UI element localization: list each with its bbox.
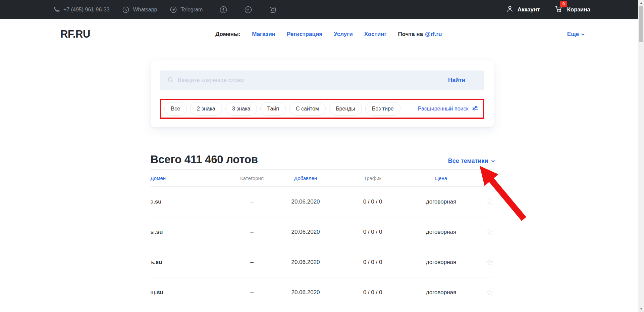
cart-button[interactable]: 0 Корзина [554, 5, 590, 14]
favorite-star-icon[interactable]: ☆ [477, 228, 494, 236]
scrollbar[interactable]: ▲ ▼ [638, 0, 644, 312]
facebook-link[interactable] [219, 6, 227, 14]
topics-dropdown[interactable]: Все тематики [448, 158, 494, 166]
telegram-link[interactable]: Telegram [170, 6, 203, 13]
nav-link-registration[interactable]: Регистрация [287, 31, 322, 38]
account-icon [506, 5, 514, 14]
column-header-domain[interactable]: Домен [151, 175, 233, 181]
favorite-star-icon[interactable]: ☆ [477, 258, 494, 267]
scrollbar-down-arrow[interactable]: ▼ [638, 306, 644, 312]
nav-link-hosting[interactable]: Хостинг [364, 31, 387, 38]
category-cell: – [233, 198, 271, 205]
category-cell: – [233, 289, 271, 296]
account-label: Аккаунт [518, 6, 540, 13]
table-row: щ.su–20.06.20200 / 0 / 0договорная☆ [151, 277, 494, 308]
advanced-search-link[interactable]: Расширенный поиск [418, 104, 479, 113]
topbar: +7 (495) 961-96-33 Whatsapp Telegram [0, 0, 644, 19]
nav-link-shop[interactable]: Магазин [252, 31, 275, 38]
results-title: Всего 411 460 лотов [151, 153, 258, 166]
traffic-cell: 0 / 0 / 0 [340, 259, 406, 266]
domain-name[interactable]: щ.su [151, 289, 233, 296]
cart-label: Корзина [567, 6, 590, 13]
filter-chip[interactable]: 2 знака [190, 102, 222, 116]
whatsapp-link[interactable]: Whatsapp [122, 6, 157, 13]
more-menu-button[interactable]: Еще [567, 31, 584, 38]
domain-name[interactable]: ы.su [151, 229, 233, 235]
added-date-cell: 20.06.2020 [271, 198, 340, 205]
price-cell: договорная [406, 259, 477, 266]
chevron-down-icon [581, 32, 585, 36]
annotation-rect: Все2 знака3 знакаТайпС сайтомБрендыБез т… [160, 99, 484, 119]
column-header-category: Категория [233, 175, 271, 181]
mail-link[interactable]: @rf.ru [425, 31, 442, 38]
category-cell: – [233, 259, 271, 266]
favorite-star-icon[interactable]: ☆ [477, 288, 494, 297]
nav-domains-label: Домены: [215, 31, 240, 38]
vk-link[interactable] [244, 6, 252, 14]
added-date-cell: 20.06.2020 [271, 229, 340, 235]
phone-number: +7 (495) 961-96-33 [63, 7, 109, 13]
price-cell: договорная [406, 229, 477, 235]
favorite-star-icon[interactable]: ☆ [477, 197, 494, 206]
domain-name[interactable]: э.su [151, 198, 233, 205]
account-button[interactable]: Аккаунт [506, 5, 540, 14]
added-date-cell: 20.06.2020 [271, 259, 340, 266]
traffic-cell: 0 / 0 / 0 [340, 289, 406, 296]
facebook-icon [219, 6, 227, 14]
search-card: Найти Все2 знака3 знакаТайпС сайтомБренд… [151, 60, 494, 127]
advanced-search-label: Расширенный поиск [418, 106, 469, 112]
nav-link-services[interactable]: Услуги [334, 31, 353, 38]
telegram-label: Telegram [180, 7, 203, 13]
category-cell: – [233, 229, 271, 235]
traffic-cell: 0 / 0 / 0 [340, 198, 406, 205]
sliders-icon [472, 104, 479, 113]
filter-chip[interactable]: Тайп [260, 102, 286, 116]
domain-name[interactable]: ъ.su [151, 259, 233, 266]
more-label: Еще [567, 31, 579, 38]
column-header-added[interactable]: Добавлен [271, 175, 340, 181]
topics-label: Все тематики [448, 158, 488, 165]
column-header-price[interactable]: Цена [406, 175, 477, 181]
logo[interactable]: RF.RU [60, 28, 90, 40]
phone-link[interactable]: +7 (495) 961-96-33 [54, 6, 109, 13]
filter-chip[interactable]: 3 знака [225, 102, 257, 116]
mail-prefix-label: Почта на [398, 31, 423, 38]
chevron-down-icon [491, 159, 494, 162]
filter-chip[interactable]: Без тире [365, 102, 400, 116]
search-icon [167, 77, 174, 84]
domains-table: Домен Категория Добавлен Трафик Цена э.s… [151, 169, 494, 308]
whatsapp-icon [122, 6, 129, 13]
filter-chip[interactable]: Бренды [329, 102, 362, 116]
telegram-icon [170, 6, 177, 13]
table-body: э.su–20.06.20200 / 0 / 0договорная☆ы.su–… [151, 187, 494, 308]
whatsapp-label: Whatsapp [133, 7, 157, 13]
column-header-traffic: Трафик [340, 175, 406, 181]
table-row: ъ.su–20.06.20200 / 0 / 0договорная☆ [151, 247, 494, 277]
instagram-link[interactable] [269, 6, 276, 13]
price-cell: договорная [406, 289, 477, 296]
filter-chips-row: Все2 знака3 знакаТайпС сайтомБрендыБез т… [164, 102, 400, 116]
traffic-cell: 0 / 0 / 0 [340, 229, 406, 235]
search-input[interactable] [178, 77, 422, 84]
added-date-cell: 20.06.2020 [271, 289, 340, 296]
search-button[interactable]: Найти [429, 71, 484, 90]
phone-icon [54, 6, 60, 13]
search-bar: Найти [160, 71, 484, 90]
table-row: ы.su–20.06.20200 / 0 / 0договорная☆ [151, 217, 494, 247]
site-header: RF.RU Домены: Магазин Регистрация Услуги… [0, 19, 644, 49]
price-cell: договорная [406, 198, 477, 205]
main-navigation: Домены: Магазин Регистрация Услуги Хости… [90, 31, 567, 38]
instagram-icon [269, 6, 276, 13]
cart-count-badge: 0 [560, 1, 567, 7]
table-header-row: Домен Категория Добавлен Трафик Цена [151, 169, 494, 187]
table-row: э.su–20.06.20200 / 0 / 0договорная☆ [151, 187, 494, 217]
scrollbar-thumb[interactable] [639, 6, 643, 42]
filter-chip[interactable]: С сайтом [289, 102, 326, 116]
filter-chip[interactable]: Все [164, 102, 187, 116]
scrollbar-up-arrow[interactable]: ▲ [638, 0, 644, 6]
vk-icon [244, 6, 252, 14]
